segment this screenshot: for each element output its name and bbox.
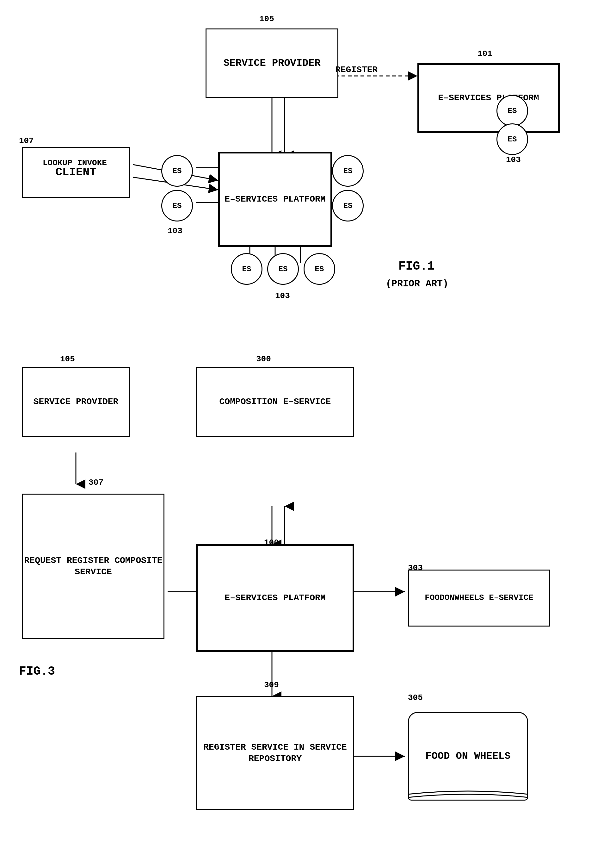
register-label: REGISTER xyxy=(335,65,377,75)
ref-307: 307 xyxy=(88,478,104,487)
foodonwheels-box: FOODONWHEELS E–SERVICE xyxy=(408,570,550,626)
service-provider-box-fig1: SERVICE PROVIDER xyxy=(206,28,338,98)
es-circle-r3: ES xyxy=(332,155,364,187)
eservices-platform-fig3: E–SERVICES PLATFORM xyxy=(196,544,354,652)
food-on-wheels-scroll: FOOD ON WHEELS xyxy=(408,712,528,801)
eservices-platform-center: E–SERVICES PLATFORM xyxy=(218,152,332,247)
ref-105-fig1: 105 xyxy=(259,14,274,24)
es-circle-r2: ES xyxy=(497,123,528,155)
es-circle-r1: ES xyxy=(497,95,528,127)
diagram-container: 105 SERVICE PROVIDER 107 CLIENT LOOKUP I… xyxy=(0,0,616,861)
ref-309: 309 xyxy=(264,680,279,690)
es-circle-b1: ES xyxy=(231,253,262,285)
ref-107: 107 xyxy=(19,136,34,146)
register-service-box: REGISTER SERVICE IN SERVICE REPOSITORY xyxy=(196,696,354,810)
ref-103-left: 103 xyxy=(168,226,182,236)
ref-101: 101 xyxy=(478,49,492,58)
ref-103-bottom: 103 xyxy=(275,291,290,301)
es-circle-r4: ES xyxy=(332,190,364,222)
lookup-invoke-label: LOOKUP INVOKE xyxy=(43,158,107,168)
ref-305: 305 xyxy=(408,693,423,702)
composition-eservice-box: COMPOSITION E–SERVICE xyxy=(196,367,354,437)
es-circle-l1: ES xyxy=(161,155,193,187)
es-circle-b2: ES xyxy=(267,253,299,285)
service-provider-box-fig3: SERVICE PROVIDER xyxy=(22,367,130,437)
ref-105-fig3: 105 xyxy=(60,354,75,364)
es-circle-b3: ES xyxy=(303,253,335,285)
eservices-platform-right: E–SERVICES PLATFORM xyxy=(417,63,560,133)
request-register-box: REQUEST REGISTER COMPOSITE SERVICE xyxy=(22,494,165,639)
ref-300: 300 xyxy=(256,354,271,364)
client-box: CLIENT xyxy=(22,147,130,198)
fig3-label: FIG.3 xyxy=(19,664,55,678)
fig1-sublabel: (PRIOR ART) xyxy=(386,279,448,289)
es-circle-l2: ES xyxy=(161,190,193,222)
fig1-label: FIG.1 xyxy=(398,260,434,273)
ref-103-right: 103 xyxy=(506,155,521,165)
